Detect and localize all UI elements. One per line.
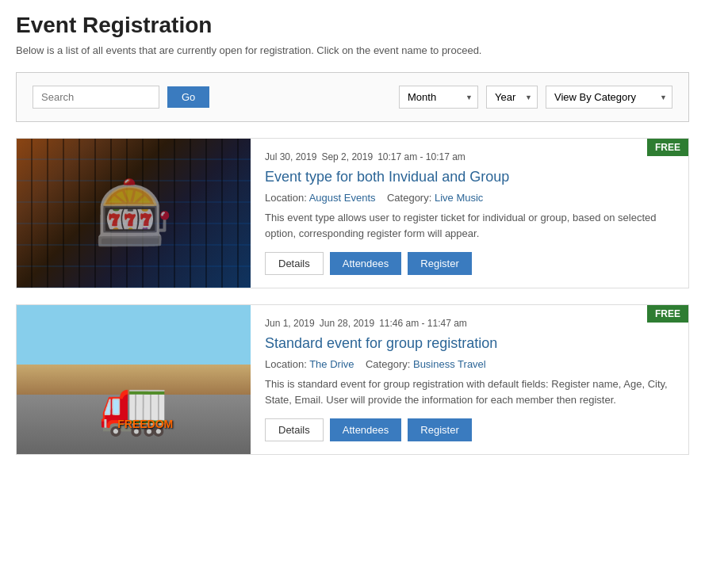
details-button-1[interactable]: Details: [265, 252, 324, 275]
event-meta-2: Jun 1, 2019 Jun 28, 2019 11:46 am - 11:4…: [265, 318, 674, 329]
location-link-2[interactable]: The Drive: [309, 358, 354, 370]
event-content-1: Jul 30, 2019 Sep 2, 2019 10:17 am - 10:1…: [251, 139, 688, 288]
register-button-2[interactable]: Register: [408, 418, 471, 441]
event-date-end-2: Jun 28, 2019: [320, 318, 374, 329]
truck-image: [17, 305, 251, 454]
details-button-2[interactable]: Details: [265, 418, 324, 441]
search-input[interactable]: [33, 86, 159, 109]
event-content-2: Jun 1, 2019 Jun 28, 2019 11:46 am - 11:4…: [251, 305, 688, 454]
event-description-2: This is standard event for group registr…: [265, 376, 674, 407]
year-select[interactable]: Year 2019202020212022: [486, 86, 538, 109]
attendees-button-2[interactable]: Attendees: [330, 418, 402, 441]
free-badge-2: FREE: [647, 305, 688, 323]
attendees-button-1[interactable]: Attendees: [330, 252, 402, 275]
event-date-end-1: Sep 2, 2019: [321, 151, 373, 162]
go-button[interactable]: Go: [167, 86, 209, 108]
event-location-2: Location: The Drive Category: Business T…: [265, 358, 674, 370]
category-select[interactable]: View By Category Live Music Business Tra…: [546, 86, 672, 109]
casino-image: [17, 139, 251, 288]
location-label-2: Location:: [265, 358, 307, 370]
free-badge-1: FREE: [647, 139, 688, 156]
event-time-2: 11:46 am - 11:47 am: [379, 318, 467, 329]
event-card-1: Jul 30, 2019 Sep 2, 2019 10:17 am - 10:1…: [16, 138, 689, 288]
event-location-1: Location: August Events Category: Live M…: [265, 192, 674, 204]
category-select-wrapper: View By Category Live Music Business Tra…: [546, 86, 672, 109]
location-link-1[interactable]: August Events: [309, 192, 376, 204]
event-image-2: [17, 305, 251, 454]
year-select-wrapper: Year 2019202020212022: [486, 86, 538, 109]
event-description-1: This event type allows user to register …: [265, 210, 674, 241]
category-label-2: Category:: [366, 358, 410, 370]
month-select-wrapper: Month JanuaryFebruaryMarch AprilMayJune …: [399, 86, 478, 109]
event-image-1: [17, 139, 251, 288]
page-subtitle: Below is a list of all events that are c…: [16, 44, 689, 56]
event-title-2[interactable]: Standard event for group registration: [265, 335, 674, 352]
page-title: Event Registration: [16, 13, 689, 38]
event-meta-1: Jul 30, 2019 Sep 2, 2019 10:17 am - 10:1…: [265, 151, 674, 162]
event-title-1[interactable]: Event type for both Invidual and Group: [265, 169, 674, 185]
event-date-start-1: Jul 30, 2019: [265, 151, 316, 162]
category-link-1[interactable]: Live Music: [435, 192, 483, 204]
event-date-start-2: Jun 1, 2019: [265, 318, 315, 329]
filter-bar: Go Month JanuaryFebruaryMarch AprilMayJu…: [16, 72, 689, 122]
event-card-2: Jun 1, 2019 Jun 28, 2019 11:46 am - 11:4…: [16, 304, 689, 455]
category-label-1: Category:: [387, 192, 431, 204]
event-actions-2: Details Attendees Register: [265, 418, 674, 441]
month-select[interactable]: Month JanuaryFebruaryMarch AprilMayJune …: [399, 86, 478, 109]
location-label-1: Location:: [265, 192, 307, 204]
event-time-1: 10:17 am - 10:17 am: [377, 151, 466, 162]
category-link-2[interactable]: Business Travel: [413, 358, 486, 370]
register-button-1[interactable]: Register: [408, 252, 471, 275]
event-actions-1: Details Attendees Register: [265, 252, 674, 275]
